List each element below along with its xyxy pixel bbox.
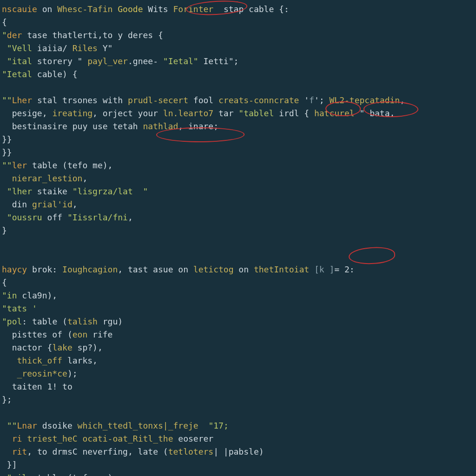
code-line: [2, 237, 476, 250]
code-line: [2, 81, 476, 94]
code-line: "Vell iaiia/ Riles Y": [2, 42, 476, 55]
code-line: ""ler table (tefo me),: [2, 159, 476, 172]
code-line: haycy brok: Ioughcagion, tast asue on le…: [2, 263, 476, 276]
code-line: "oussru off "Iissrla/fni,: [2, 211, 476, 224]
code-line: ""Lher stal trsones with prudl-secert fo…: [2, 94, 476, 107]
code-line: ""Lnar dsoike which_ttedl_tonxs|_freje "…: [2, 419, 476, 432]
code-line: rit, to drmsC neverfing, late (tetloters…: [2, 445, 476, 458]
code-line: pesige, ireating, orject your ln.learto7…: [2, 107, 476, 120]
code-line: nierar_lestion,: [2, 172, 476, 185]
code-line: }}: [2, 146, 476, 159]
code-line: _reosin*ce);: [2, 367, 476, 380]
code-line: {: [2, 276, 476, 289]
code-line: "in cla9n),: [2, 289, 476, 302]
code-line: "Ietal cable) {: [2, 68, 476, 81]
code-line: [2, 250, 476, 263]
code-line: {: [2, 16, 476, 29]
code-line: pisttes of (eon rife: [2, 328, 476, 341]
code-line: din grial'id,: [2, 198, 476, 211]
code-editor[interactable]: nscauie on Whesc-Tafin Goode Wits Forint…: [0, 0, 476, 476]
code-line: thick_off larks,: [2, 354, 476, 367]
code-line: }}: [2, 133, 476, 146]
code-line: nactor {lake sp?),: [2, 341, 476, 354]
code-line: "oil: table (tefo mg),: [2, 471, 476, 476]
code-line: "tats ': [2, 302, 476, 315]
code-line: "lher staike "lisgrza/lat ": [2, 185, 476, 198]
code-line: nscauie on Whesc-Tafin Goode Wits Forint…: [2, 3, 476, 16]
code-line: [2, 406, 476, 419]
code-line: "ital storery " payl_ver.gnee- "Ietal" I…: [2, 55, 476, 68]
code-line: }: [2, 224, 476, 237]
code-line: "der tase thatlerti,to y deres {: [2, 29, 476, 42]
code-line: };: [2, 393, 476, 406]
code-line: taiten 1! to: [2, 380, 476, 393]
code-line: ri triest_heC ocati-oat_Ritl_the eoserer: [2, 432, 476, 445]
code-line: bestinasire puy use tetah nathlad, inare…: [2, 120, 476, 133]
code-line: }]: [2, 458, 476, 471]
code-line: "pol: table (talish rgu): [2, 315, 476, 328]
